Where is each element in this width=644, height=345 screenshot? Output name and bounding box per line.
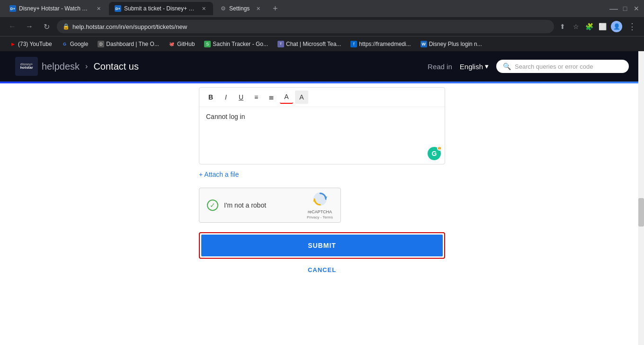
grammarly-notification-dot: 1 — [437, 146, 442, 151]
rich-text-editor[interactable]: B I U ≡ ≣ A A Cannot log in G 1 — [199, 87, 445, 164]
bookmark-github[interactable]: 🐙 GitHub — [165, 40, 198, 48]
font-color-button[interactable]: A — [280, 91, 293, 104]
robot-label: I'm not a robot — [224, 201, 266, 209]
language-arrow-icon: ▾ — [485, 62, 489, 71]
new-tab-button[interactable]: + — [268, 2, 282, 15]
header-right: Read in English ▾ 🔍 Search queries or er… — [428, 60, 629, 73]
tab-title-1: Disney+ Hotstar - Watch TV Sho... — [19, 5, 90, 12]
attach-file-link[interactable]: + Attach a file — [199, 171, 239, 178]
dashboard-favicon: D — [98, 41, 104, 47]
recaptcha-terms-link[interactable]: Terms — [322, 215, 333, 219]
address-icons: ⬆ ☆ 🧩 ⬜ 👤 ⋮ — [558, 21, 638, 32]
underline-button[interactable]: U — [234, 91, 248, 104]
split-view-icon[interactable]: ⬜ — [598, 22, 607, 31]
tab-close-2[interactable]: ✕ — [200, 5, 207, 12]
chrome-menu-button[interactable]: ⋮ — [626, 21, 638, 32]
tab-disney-watch[interactable]: D+ Disney+ Hotstar - Watch TV Sho... ✕ — [4, 2, 108, 15]
form-container: B I U ≡ ≣ A A Cannot log in G 1 — [199, 83, 445, 345]
tab-bar: D+ Disney+ Hotstar - Watch TV Sho... ✕ D… — [0, 0, 644, 17]
grammarly-badge[interactable]: G 1 — [428, 147, 441, 160]
logo-area: disney+ hotstar helpdesk › Contact us — [15, 57, 139, 76]
tab-close-1[interactable]: ✕ — [95, 5, 102, 12]
url-text: help.hotstar.com/in/en/support/tickets/n… — [72, 23, 187, 30]
recaptcha-brand-label: reCAPTCHA — [308, 209, 332, 214]
logo-inner: disney+ hotstar — [20, 63, 33, 70]
editor-toolbar: B I U ≡ ≣ A A — [199, 88, 445, 107]
window-controls: — □ ✕ — [610, 5, 640, 12]
tab-close-3[interactable]: ✕ — [254, 5, 262, 12]
tab-favicon-3: ⚙ — [220, 5, 226, 12]
bookmark-teams-label: Chat | Microsoft Tea... — [286, 41, 341, 47]
back-button[interactable]: ← — [6, 20, 19, 33]
bookmark-youtube[interactable]: ▶ (73) YouTube — [6, 40, 56, 48]
editor-body[interactable]: Cannot log in G 1 — [199, 107, 445, 164]
teams-favicon: T — [277, 41, 284, 47]
italic-button[interactable]: I — [219, 91, 233, 104]
bookmark-youtube-label: (73) YouTube — [18, 41, 52, 47]
bookmark-teams[interactable]: T Chat | Microsoft Tea... — [274, 40, 345, 48]
highlight-button[interactable]: A — [295, 91, 308, 104]
submit-button[interactable]: SUBMIT — [201, 235, 443, 256]
submit-button-wrapper: SUBMIT — [199, 232, 445, 259]
disney-login-favicon: W — [420, 41, 427, 47]
share-icon[interactable]: ⬆ — [558, 22, 567, 31]
language-selector[interactable]: English ▾ — [460, 62, 489, 71]
tab-favicon-2: D+ — [115, 5, 121, 12]
recaptcha-logo — [313, 191, 328, 209]
bookmark-google-label: Google — [70, 41, 89, 47]
address-bar: ← → ↻ 🔒 help.hotstar.com/in/en/support/t… — [0, 17, 644, 36]
forward-button[interactable]: → — [23, 20, 36, 33]
tab-title-2: Submit a ticket - Disney+ Hotsta... — [124, 5, 195, 12]
bookmark-dashboard[interactable]: D Dashboard | The O... — [94, 40, 163, 48]
minimize-button[interactable]: — — [610, 5, 617, 12]
helpdesk-label: helpdesk — [42, 61, 80, 72]
bookmark-disney-login-label: Disney Plus login n... — [429, 41, 482, 47]
unordered-list-button[interactable]: ≡ — [250, 91, 263, 104]
recaptcha-left: ✓ I'm not a robot — [207, 200, 266, 211]
search-box[interactable]: 🔍 Search queries or error code — [496, 60, 629, 73]
main-content: B I U ≡ ≣ A A Cannot log in G 1 — [0, 83, 644, 345]
attach-file-label: + Attach a file — [199, 171, 239, 178]
checkmark-icon: ✓ — [210, 201, 215, 209]
ordered-list-button[interactable]: ≣ — [265, 91, 278, 104]
logo-box: disney+ hotstar — [15, 57, 38, 76]
scrollbar[interactable] — [638, 51, 644, 345]
read-in-label: Read in — [428, 63, 452, 71]
bookmark-sachin[interactable]: S Sachin Tracker - Go... — [200, 40, 272, 48]
svg-point-0 — [313, 192, 327, 206]
maximize-button[interactable]: □ — [621, 5, 629, 12]
page-content: disney+ hotstar helpdesk › Contact us Re… — [0, 51, 644, 345]
youtube-favicon: ▶ — [9, 41, 16, 47]
extensions-icon[interactable]: 🧩 — [584, 22, 594, 31]
cancel-link[interactable]: CANCEL — [199, 266, 445, 273]
bookmark-dashboard-label: Dashboard | The O... — [106, 41, 159, 47]
profile-avatar[interactable]: 👤 — [611, 21, 622, 32]
bookmark-icon[interactable]: ☆ — [571, 22, 581, 31]
google-favicon: G — [62, 41, 68, 47]
bold-button[interactable]: B — [204, 91, 217, 104]
bookmark-disney-login[interactable]: W Disney Plus login n... — [417, 40, 486, 48]
bookmark-github-label: GitHub — [177, 41, 195, 47]
tab-submit-ticket[interactable]: D+ Submit a ticket - Disney+ Hotsta... ✕ — [109, 2, 213, 15]
language-label: English — [460, 63, 483, 71]
search-icon: 🔍 — [503, 63, 511, 70]
editor-text-content: Cannot log in — [206, 113, 245, 120]
sachin-favicon: S — [204, 41, 211, 47]
recaptcha-widget[interactable]: ✓ I'm not a robot — [199, 188, 341, 223]
address-input[interactable]: 🔒 help.hotstar.com/in/en/support/tickets… — [57, 20, 554, 33]
tab-title-3: Settings — [229, 5, 250, 12]
recaptcha-privacy-link[interactable]: Privacy — [307, 215, 319, 219]
bookmark-google[interactable]: G Google — [58, 40, 92, 48]
scroll-thumb[interactable] — [638, 198, 644, 227]
site-header: disney+ hotstar helpdesk › Contact us Re… — [0, 51, 644, 82]
recaptcha-checkbox[interactable]: ✓ — [207, 200, 218, 211]
close-button[interactable]: ✕ — [633, 5, 640, 12]
framed-favicon: f — [350, 41, 357, 47]
bookmarks-bar: ▶ (73) YouTube G Google D Dashboard | Th… — [0, 36, 644, 51]
recaptcha-links: Privacy - Terms — [307, 215, 333, 219]
tab-settings[interactable]: ⚙ Settings ✕ — [214, 2, 268, 15]
refresh-button[interactable]: ↻ — [40, 20, 53, 33]
recaptcha-right: reCAPTCHA Privacy - Terms — [307, 191, 333, 219]
submit-label: SUBMIT — [308, 242, 336, 249]
bookmark-framed[interactable]: f https://framedmedi... — [347, 40, 414, 48]
